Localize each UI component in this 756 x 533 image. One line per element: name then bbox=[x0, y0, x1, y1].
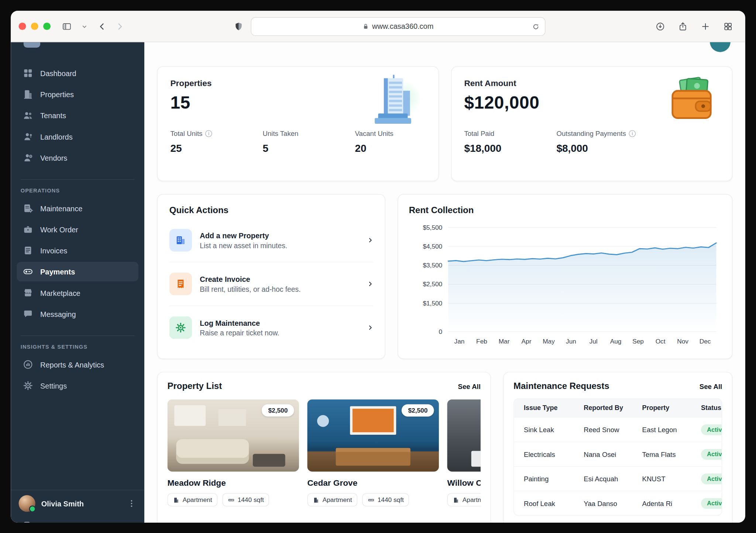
properties-card: Properties 15 Total Units25Units Taken5V… bbox=[157, 66, 439, 181]
landlords-icon bbox=[23, 131, 33, 142]
metric-value: $18,000 bbox=[464, 143, 556, 154]
forward-button[interactable] bbox=[113, 19, 127, 34]
sidebar-item-landlords[interactable]: Landlords bbox=[17, 127, 138, 146]
sidebar-item-tenants[interactable]: Tenants bbox=[17, 106, 138, 125]
logout-icon bbox=[23, 521, 33, 523]
sidebar-item-maintenance[interactable]: Maintenance bbox=[17, 198, 138, 218]
table-row[interactable]: Sink LeakReed SnowEast LegonActive bbox=[514, 417, 722, 441]
table-header-row: Issue TypeReported ByPropertyStatus bbox=[514, 399, 722, 417]
reload-button[interactable] bbox=[532, 23, 540, 31]
sidebar-item-label: Landlords bbox=[40, 132, 73, 141]
tab-overview-icon[interactable] bbox=[721, 19, 735, 34]
window-controls bbox=[19, 23, 51, 30]
property-type-tag: Apartment bbox=[167, 493, 217, 506]
sidebar-item-dashboard[interactable]: Dashboard bbox=[17, 64, 138, 83]
svg-text:Feb: Feb bbox=[476, 338, 487, 345]
user-name: Olivia Smith bbox=[41, 499, 84, 508]
svg-text:$4,500: $4,500 bbox=[423, 243, 442, 250]
app-body: DashboardPropertiesTenantsLandlordsVendo… bbox=[11, 42, 745, 523]
table-row[interactable]: PaintingEsi AcquahKNUSTActive bbox=[514, 466, 722, 491]
table-row[interactable]: ElectricalsNana OseiTema FlatsActive bbox=[514, 442, 722, 466]
address-bar[interactable]: www.casa360.com bbox=[251, 17, 545, 36]
kebab-menu-icon[interactable] bbox=[127, 499, 137, 509]
property-photo: $2,500 bbox=[307, 399, 439, 471]
property-list-see-all-link[interactable]: See All bbox=[458, 382, 481, 390]
sidebar-user[interactable]: Olivia Smith bbox=[11, 490, 144, 517]
svg-text:Mar: Mar bbox=[499, 338, 510, 345]
svg-text:Jun: Jun bbox=[566, 338, 576, 345]
chevron-down-icon[interactable] bbox=[77, 19, 92, 34]
property-photo: $2,500 bbox=[167, 399, 299, 471]
sidebar-item-label: Vendors bbox=[40, 154, 67, 162]
sidebar-item-marketplace[interactable]: Marketplace bbox=[17, 283, 138, 303]
status-badge: Active bbox=[701, 498, 722, 509]
price-badge: $2,500 bbox=[262, 404, 294, 416]
qa-building-icon bbox=[169, 229, 192, 252]
chevron-right-icon bbox=[368, 237, 373, 244]
sidebar-item-vendors[interactable]: Vendors bbox=[17, 148, 138, 167]
sidebar-item-settings[interactable]: Settings bbox=[17, 376, 138, 395]
svg-text:Oct: Oct bbox=[656, 338, 666, 345]
property-card[interactable]: $2,500Meadow RidgeApartment1440 sqft bbox=[167, 399, 299, 506]
property-type-tag: Apartment bbox=[447, 493, 481, 506]
chevron-right-icon bbox=[368, 324, 373, 331]
avatar bbox=[19, 495, 35, 512]
close-window-button[interactable] bbox=[19, 23, 26, 30]
sidebar-item-payments[interactable]: Payments bbox=[17, 262, 138, 281]
back-button[interactable] bbox=[95, 19, 110, 34]
metric-label: Total Units bbox=[170, 130, 202, 137]
quick-action-title: Create Invoice bbox=[200, 275, 300, 283]
maintenance-see-all-link[interactable]: See All bbox=[700, 382, 722, 390]
rent-metrics: Total Paid$18,000Outstanding Payments$8,… bbox=[464, 130, 719, 154]
qa-invoice-icon bbox=[169, 273, 192, 295]
property-cell: KNUST bbox=[642, 475, 701, 482]
metric-value: 20 bbox=[355, 143, 393, 154]
svg-text:$2,500: $2,500 bbox=[423, 280, 442, 288]
info-icon[interactable] bbox=[205, 130, 212, 137]
downloads-icon[interactable] bbox=[653, 19, 668, 34]
maintenance-icon bbox=[23, 203, 33, 213]
sidebar-item-reports-analytics[interactable]: Reports & Analytics bbox=[17, 355, 138, 374]
sidebar-item-label: Work Order bbox=[40, 225, 78, 234]
svg-text:Sep: Sep bbox=[632, 338, 644, 345]
privacy-shield-icon[interactable] bbox=[231, 19, 246, 34]
wallet-illustration bbox=[663, 74, 721, 127]
sidebar-item-properties[interactable]: Properties bbox=[17, 85, 138, 104]
quick-action-log-maintenance[interactable]: Log MaintenanceRaise a repair ticket now… bbox=[169, 305, 373, 349]
sidebar-item-label: Payments bbox=[40, 267, 75, 276]
metric-label: Outstanding Payments bbox=[556, 130, 626, 137]
quick-action-title: Log Maintenance bbox=[200, 318, 279, 327]
reports-icon bbox=[23, 359, 33, 370]
column-header: Issue Type bbox=[524, 404, 584, 411]
sidebar-item-messaging[interactable]: Messaging bbox=[17, 304, 138, 324]
info-icon[interactable] bbox=[629, 130, 636, 137]
sidebar-item-invoices[interactable]: Invoices bbox=[17, 241, 138, 260]
maintenance-requests-table: Issue TypeReported ByPropertyStatusSink … bbox=[513, 399, 722, 516]
property-name: Meadow Ridge bbox=[167, 478, 299, 488]
svg-text:Jan: Jan bbox=[454, 338, 465, 345]
svg-text:0: 0 bbox=[439, 328, 443, 335]
rent-collection-card: Rent Collection $5,500$4,500$3,500$2,500… bbox=[398, 194, 732, 359]
qa-gear-icon bbox=[169, 316, 192, 339]
share-icon[interactable] bbox=[676, 19, 690, 34]
svg-text:Apr: Apr bbox=[522, 338, 532, 345]
sidebar-item-partial[interactable] bbox=[17, 518, 138, 523]
column-header: Property bbox=[642, 404, 701, 411]
invoices-icon bbox=[23, 245, 33, 256]
minimize-window-button[interactable] bbox=[31, 23, 38, 30]
quick-action-create-invoice[interactable]: Create InvoiceBill rent, utilities, or a… bbox=[169, 262, 373, 305]
metric-label: Vacant Units bbox=[355, 130, 393, 137]
status-badge: Active bbox=[701, 449, 722, 459]
properties-icon bbox=[23, 89, 33, 100]
sidebar-item-work-order[interactable]: Work Order bbox=[17, 219, 138, 239]
messaging-icon bbox=[23, 308, 33, 319]
quick-action-add-property[interactable]: Add a new PropertyList a new asset in mi… bbox=[169, 219, 373, 262]
svg-text:$1,500: $1,500 bbox=[423, 300, 442, 307]
zoom-window-button[interactable] bbox=[43, 23, 51, 30]
address-zone: www.casa360.com bbox=[130, 17, 646, 36]
table-row[interactable]: Roof LeakYaa DansoAdenta RiActive bbox=[514, 491, 722, 515]
new-tab-icon[interactable] bbox=[698, 19, 713, 34]
property-card[interactable]: $2,500Willow CreekApartment1440 sqft bbox=[447, 399, 481, 506]
sidebar-toggle-icon[interactable] bbox=[59, 19, 74, 34]
property-card[interactable]: $2,500Cedar GroveApartment1440 sqft bbox=[307, 399, 439, 506]
